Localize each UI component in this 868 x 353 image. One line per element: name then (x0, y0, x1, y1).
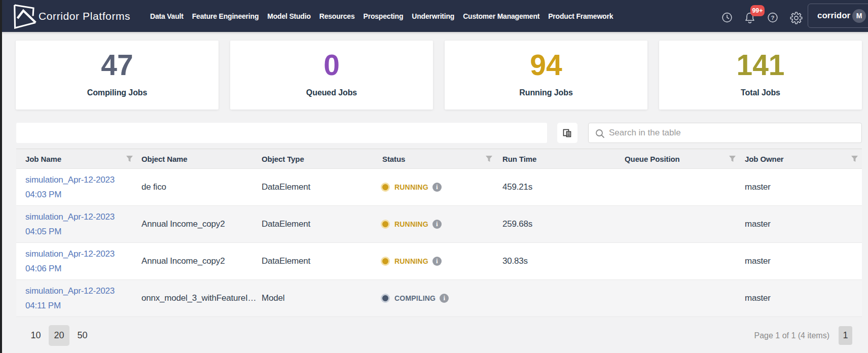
svg-text:?: ? (771, 15, 775, 21)
